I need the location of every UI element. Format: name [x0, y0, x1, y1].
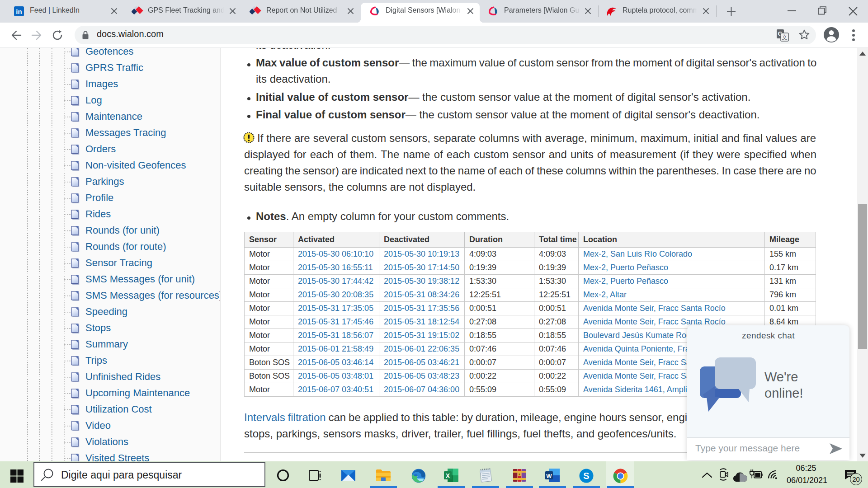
svg-text:X: X	[446, 472, 450, 479]
svg-text:S: S	[583, 471, 589, 481]
svg-text:文: 文	[782, 34, 788, 41]
svg-text:in: in	[16, 8, 22, 15]
svg-text:W: W	[546, 473, 552, 479]
